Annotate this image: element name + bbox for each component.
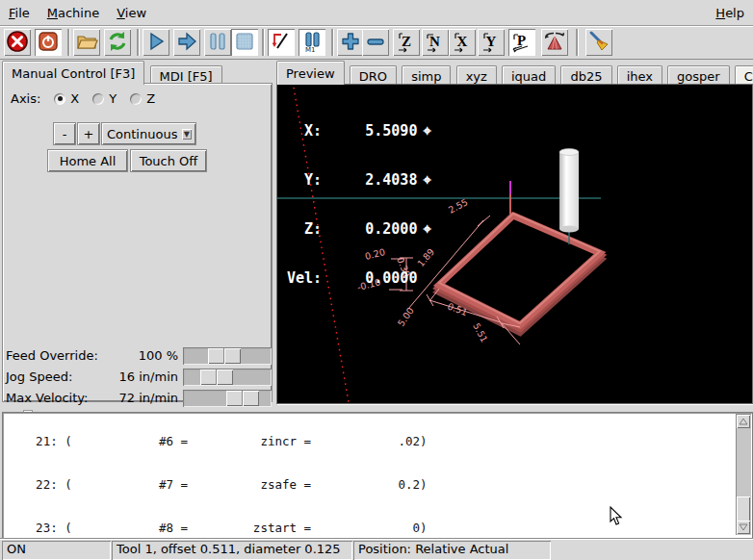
jog-speed-slider[interactable] xyxy=(183,369,272,386)
view-y-button[interactable]: Y xyxy=(478,29,505,56)
plus-icon xyxy=(339,30,362,56)
jog-mode-value: Continuous xyxy=(107,127,177,141)
minus-icon xyxy=(364,30,387,56)
view-y-icon: Y xyxy=(480,30,503,56)
scrollbar-down-arrow[interactable] xyxy=(737,521,750,534)
position-mode-status: Position: Relative Actual xyxy=(353,541,551,560)
feed-override-value: 100 % xyxy=(96,348,178,363)
axis-y-radio[interactable]: Y xyxy=(92,91,117,106)
homed-icon: ⌖ xyxy=(423,221,430,238)
jog-mode-dropdown[interactable]: Continuous ▼ xyxy=(101,122,196,145)
homed-icon: ⌖ xyxy=(423,123,430,140)
gcode-scrollbar[interactable] xyxy=(736,414,751,535)
svg-text:5.51: 5.51 xyxy=(471,321,490,344)
dro-vel-label: Vel: xyxy=(287,270,322,287)
machine-power-button[interactable] xyxy=(35,29,62,56)
rotate-cone-icon xyxy=(543,30,566,56)
estop-icon xyxy=(6,30,29,56)
toolbar-separator xyxy=(137,29,140,56)
scrollbar-up-arrow[interactable] xyxy=(737,415,750,428)
skip-lines-icon xyxy=(270,30,293,56)
zoom-out-button[interactable] xyxy=(362,29,389,56)
tab-preview[interactable]: Preview xyxy=(276,61,345,85)
jog-plus-button[interactable]: + xyxy=(77,122,100,145)
radio-indicator xyxy=(92,93,104,105)
m1-pause-icon: M1 xyxy=(300,30,324,56)
menu-file[interactable]: File xyxy=(0,2,39,24)
dro-y-label: Y: xyxy=(287,172,322,189)
estop-button[interactable] xyxy=(4,29,31,56)
home-all-button[interactable]: Home All xyxy=(47,149,128,172)
radio-indicator xyxy=(54,93,65,105)
stop-button[interactable] xyxy=(231,29,258,56)
menu-view[interactable]: View xyxy=(108,2,155,24)
menu-bar: File Machine View Help xyxy=(0,0,753,26)
reload-icon xyxy=(106,30,129,56)
svg-text:M1: M1 xyxy=(305,46,316,53)
gcode-listing[interactable]: 21: ( #6 = zincr = .02) 22: ( #7 = zsafe… xyxy=(2,412,753,539)
skip-lines-toggle[interactable] xyxy=(268,29,295,56)
chevron-down-icon: ▼ xyxy=(182,129,192,140)
feed-override-label: Feed Override: xyxy=(6,348,98,363)
power-icon xyxy=(37,30,60,56)
machine-state-status: ON xyxy=(2,541,111,560)
view-x-button[interactable]: X xyxy=(449,29,476,56)
dro-x-label: X: xyxy=(287,123,322,140)
toolbar-separator xyxy=(262,29,265,56)
pause-button[interactable] xyxy=(204,29,231,56)
axis-z-radio[interactable]: Z xyxy=(130,91,155,106)
homed-icon: ⌖ xyxy=(423,172,430,189)
slider-handle[interactable] xyxy=(226,391,259,406)
open-file-button[interactable] xyxy=(73,29,100,56)
view-p-button[interactable]: P xyxy=(508,29,535,56)
max-velocity-row: Max Velocity: 72 in/min xyxy=(0,389,273,408)
menu-help[interactable]: Help xyxy=(707,2,753,24)
clear-plot-button[interactable] xyxy=(585,29,612,56)
preview-3d-canvas[interactable]: 2.55 1.89 0.20 0.30 -0.10 5.00 0.51 5.51… xyxy=(276,84,753,404)
view-z-icon: Z xyxy=(395,30,418,56)
zoom-in-button[interactable] xyxy=(337,29,364,56)
stop-icon xyxy=(233,30,256,56)
svg-text:Y: Y xyxy=(486,34,497,49)
slider-handle[interactable] xyxy=(208,348,241,364)
touch-off-button[interactable]: Touch Off xyxy=(130,149,207,172)
gcode-line[interactable]: 21: ( #6 = zincr = .02) xyxy=(7,434,471,448)
pause-icon xyxy=(206,30,229,56)
view-z-button[interactable]: Z xyxy=(393,29,420,56)
play-icon xyxy=(144,30,168,56)
axis-y-label: Y xyxy=(109,91,117,106)
axis-x-label: X xyxy=(70,91,79,106)
rotate-view-button[interactable] xyxy=(541,29,568,56)
max-velocity-slider[interactable] xyxy=(183,390,272,407)
optional-pause-toggle[interactable]: M1 xyxy=(299,29,325,56)
svg-text:Z: Z xyxy=(402,34,411,49)
axis-x-radio[interactable]: X xyxy=(54,91,79,106)
dro-x-value: 5.5090 xyxy=(322,123,417,140)
svg-text:2.55: 2.55 xyxy=(447,196,470,216)
slider-handle[interactable] xyxy=(200,369,233,385)
status-bar: ON Tool 1, offset 0.511, diameter 0.125 … xyxy=(0,538,753,560)
step-button[interactable] xyxy=(173,29,200,56)
dro-z-value: 0.2000 xyxy=(322,221,417,238)
scrollbar-thumb[interactable] xyxy=(737,496,750,522)
jog-minus-button[interactable]: - xyxy=(53,122,76,145)
gcode-line[interactable]: 23: ( #8 = zstart = 0) xyxy=(7,521,471,535)
view-z2-button[interactable]: N xyxy=(422,29,449,56)
toolbar: M1 Z N X Y P xyxy=(0,26,753,60)
reload-button[interactable] xyxy=(104,29,131,56)
tool-cylinder xyxy=(559,149,579,245)
arrow-right-icon xyxy=(175,30,198,56)
toolbar-separator xyxy=(331,29,334,56)
axis-label: Axis: xyxy=(11,91,40,106)
open-folder-icon xyxy=(75,30,98,56)
broom-icon xyxy=(587,30,610,56)
manual-control-panel: Manual Control [F3] MDI [F5] Axis: X Y Z… xyxy=(0,60,273,408)
dro-z-label: Z: xyxy=(287,221,322,238)
run-button[interactable] xyxy=(143,29,169,56)
menu-machine[interactable]: Machine xyxy=(39,2,108,24)
mouse-cursor xyxy=(610,506,623,529)
feed-override-slider[interactable] xyxy=(183,347,272,365)
tab-manual-control[interactable]: Manual Control [F3] xyxy=(2,61,144,85)
gcode-line[interactable]: 22: ( #7 = zsafe = 0.2) xyxy=(7,477,471,492)
tool-status: Tool 1, offset 0.511, diameter 0.125 xyxy=(112,541,352,560)
